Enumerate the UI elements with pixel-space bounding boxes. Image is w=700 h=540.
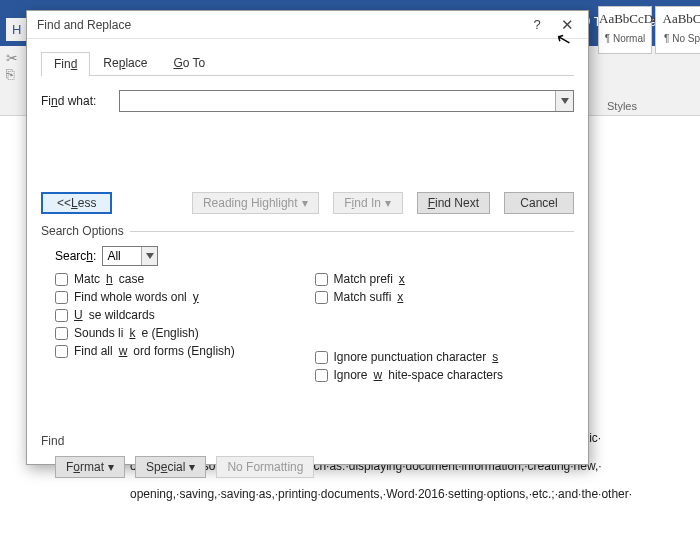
help-button[interactable]: ? <box>522 17 552 32</box>
opt-sounds-like[interactable]: Sounds like (English) <box>55 326 315 340</box>
btn-label: Reading Highlight <box>203 196 298 210</box>
opt-all-word-forms[interactable]: Find all word forms (English) <box>55 344 315 358</box>
close-button[interactable]: ✕ <box>552 16 582 34</box>
style-sample: AaBbC <box>656 11 700 27</box>
search-direction-value: All <box>107 249 120 263</box>
opt-ignore-punct[interactable]: Ignore punctuation characters <box>315 350 575 364</box>
opt-wildcards[interactable]: Use wildcards <box>55 308 315 322</box>
tab-replace[interactable]: Replace <box>90 51 160 75</box>
style-label: ¶ No Sp <box>656 33 700 44</box>
dialog-tabs: Find Replace Go To <box>27 39 588 76</box>
search-options-label: Search Options <box>27 220 588 240</box>
format-button[interactable]: Format ▾ <box>55 456 125 478</box>
find-section-label: Find <box>27 382 588 452</box>
opt-match-prefix[interactable]: Match prefix <box>315 272 575 286</box>
reading-highlight-button[interactable]: Reading Highlight▾ <box>192 192 319 214</box>
tab-goto[interactable]: Go To <box>160 51 218 75</box>
search-direction-select[interactable]: All <box>102 246 158 266</box>
style-sample: AaBbCcDc <box>599 11 651 27</box>
no-formatting-button: No Formatting <box>216 456 314 478</box>
special-button[interactable]: Special ▾ <box>135 456 206 478</box>
find-next-button[interactable]: Find Next <box>417 192 490 214</box>
clipboard-icons: ✂⎘ <box>6 50 18 82</box>
find-what-input[interactable] <box>119 90 574 112</box>
less-button[interactable]: << Less <box>41 192 112 214</box>
style-nospacing[interactable]: AaBbC ¶ No Sp <box>655 6 700 54</box>
opt-ignore-whitespace[interactable]: Ignore white-space characters <box>315 368 575 382</box>
cancel-button[interactable]: Cancel <box>504 192 574 214</box>
find-in-button[interactable]: Find In▾ <box>333 192 403 214</box>
dialog-title: Find and Replace <box>37 18 131 32</box>
style-normal[interactable]: AaBbCcDc ¶ Normal <box>598 6 652 54</box>
style-label: ¶ Normal <box>599 33 651 44</box>
find-replace-dialog: Find and Replace ? ✕ Find Replace Go To … <box>26 10 589 465</box>
ribbon-tab-home[interactable]: H <box>6 18 27 41</box>
opt-whole-words[interactable]: Find whole words only <box>55 290 315 304</box>
opt-match-case[interactable]: Match case <box>55 272 315 286</box>
dropdown-icon[interactable] <box>555 91 573 111</box>
dropdown-icon[interactable] <box>141 247 157 265</box>
styles-group-label: Styles <box>607 100 637 112</box>
find-what-label: Find what: <box>41 94 119 108</box>
opt-match-suffix[interactable]: Match suffix <box>315 290 575 304</box>
search-direction-label: Search: <box>55 249 96 263</box>
dialog-titlebar[interactable]: Find and Replace ? ✕ <box>27 11 588 39</box>
tab-find[interactable]: Find <box>41 52 90 76</box>
